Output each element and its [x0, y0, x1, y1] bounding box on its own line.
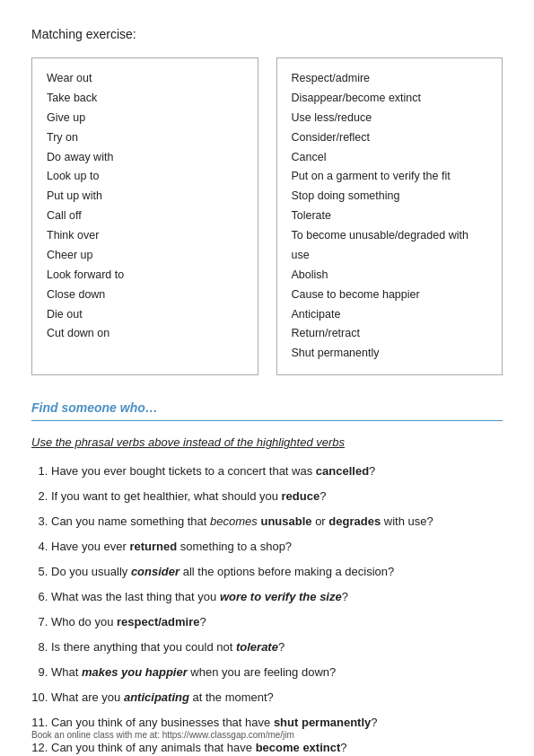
left-item: Look up to: [47, 167, 243, 187]
question-item: Can you name something that becomes unus…: [51, 510, 503, 533]
right-item: Anticipate: [292, 305, 488, 325]
left-item: Think over: [47, 226, 243, 246]
question-item: What are you anticipating at the moment?: [51, 686, 503, 709]
question-item: Who do you respect/admire?: [51, 611, 503, 634]
right-item: Cause to become happier: [292, 286, 488, 305]
matching-section: Wear outTake backGive upTry onDo away wi…: [31, 57, 503, 375]
left-item: Put up with: [47, 187, 243, 207]
right-item: Use less/reduce: [292, 109, 488, 128]
left-item: Die out: [47, 305, 243, 325]
left-item: Give up: [47, 109, 243, 128]
questions-list: Have you ever bought tickets to a concer…: [31, 460, 503, 756]
question-item: Do you usually consider all the options …: [51, 560, 503, 584]
left-item: Cheer up: [47, 246, 243, 266]
right-item: To become unusable/degraded with use: [292, 226, 488, 266]
right-item: Consider/reflect: [292, 128, 488, 148]
instructions: Use the phrasal verbs above instead of t…: [31, 435, 503, 449]
left-item: Cut down on: [47, 324, 243, 344]
right-item: Respect/admire: [292, 69, 488, 89]
left-item: Call off: [47, 207, 243, 226]
left-item: Look forward to: [47, 266, 243, 286]
find-someone-heading: Find someone who…: [31, 400, 503, 415]
question-item: If you want to get healthier, what shoul…: [51, 485, 503, 508]
right-item: Tolerate: [292, 207, 488, 226]
question-item: Have you ever returned something to a sh…: [51, 535, 503, 558]
left-item: Try on: [47, 128, 243, 148]
question-item: What was the last thing that you wore to…: [51, 585, 503, 609]
right-item: Abolish: [292, 266, 488, 286]
right-item: Return/retract: [292, 324, 488, 344]
question-item: Is there anything that you could not tol…: [51, 636, 503, 659]
page-title: Matching exercise:: [31, 27, 503, 41]
right-match-box: Respect/admireDisappear/become extinctUs…: [276, 57, 503, 375]
left-item: Take back: [47, 89, 243, 109]
footer: Book an online class with me at: https:/…: [31, 730, 294, 740]
left-item: Do away with: [47, 148, 243, 168]
right-item: Disappear/become extinct: [292, 89, 488, 109]
question-item: Have you ever bought tickets to a concer…: [51, 460, 503, 483]
right-item: Cancel: [292, 148, 488, 168]
question-item: What makes you happier when you are feel…: [51, 661, 503, 684]
left-match-box: Wear outTake backGive upTry onDo away wi…: [31, 57, 258, 375]
right-item: Shut permanently: [292, 344, 488, 364]
right-item: Put on a garment to verify the fit: [292, 167, 488, 187]
left-item: Wear out: [47, 69, 243, 89]
left-item: Close down: [47, 286, 243, 305]
right-item: Stop doing something: [292, 187, 488, 207]
find-divider: [31, 420, 503, 421]
